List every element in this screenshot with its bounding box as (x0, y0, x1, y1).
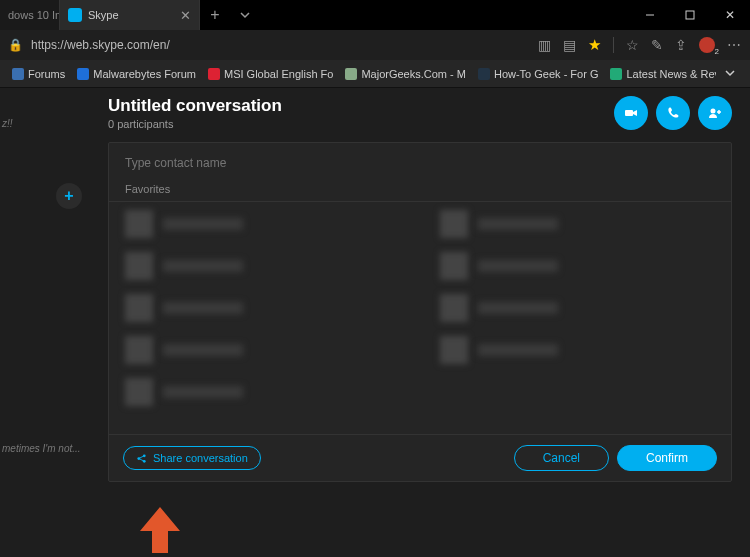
bookmark-favicon (610, 68, 622, 80)
bookmark-label: MajorGeeks.Com - M (361, 68, 466, 80)
avatar (125, 378, 153, 406)
add-favorite-icon[interactable]: ☆ (626, 37, 639, 53)
favorite-star-icon[interactable]: ★ (588, 36, 601, 54)
avatar (440, 336, 468, 364)
address-bar: 🔒 https://web.skype.com/en/ ▥ ▤ ★ ☆ ✎ ⇪ … (0, 30, 750, 60)
bookmark-favicon (478, 68, 490, 80)
bookmark-favicon (12, 68, 24, 80)
reading-icon[interactable]: ▥ (538, 37, 551, 53)
svg-rect-1 (686, 11, 694, 19)
close-tab-icon[interactable]: ✕ (180, 8, 191, 23)
tabs-chevron-icon[interactable] (230, 0, 260, 30)
share-conversation-button[interactable]: Share conversation (123, 446, 261, 470)
sidebar-snippet: z!! (2, 118, 13, 129)
window-titlebar: dows 10 In Skype ✕ + ✕ (0, 0, 750, 30)
tab-label: Skype (88, 9, 119, 21)
contact-name (478, 344, 558, 356)
svg-point-3 (711, 109, 716, 114)
conversation-main: Untitled conversation 0 participants Fav… (90, 88, 750, 557)
svg-line-8 (139, 458, 145, 461)
bookmark-item[interactable]: Latest News & Review (604, 68, 716, 80)
conversation-title: Untitled conversation (108, 96, 614, 116)
bookmark-item[interactable]: Forums (6, 68, 71, 80)
contacts-sidebar: z!! + metimes I'm not... (0, 88, 90, 557)
avatar (440, 210, 468, 238)
contacts-list (109, 202, 731, 434)
bookmark-item[interactable]: How-To Geek - For G (472, 68, 605, 80)
lock-icon: 🔒 (8, 38, 23, 52)
contact-name (163, 386, 243, 398)
share-label: Share conversation (153, 452, 248, 464)
bookmark-favicon (345, 68, 357, 80)
contact-name (163, 260, 243, 272)
share-icon[interactable]: ⇪ (675, 37, 687, 53)
bookmark-label: Latest News & Review (626, 68, 716, 80)
adblock-icon[interactable] (699, 37, 715, 53)
bookmark-item[interactable]: Malwarebytes Forum (71, 68, 202, 80)
add-contacts-panel: Favorites Shar (108, 142, 732, 482)
avatar (125, 294, 153, 322)
contact-item[interactable] (125, 252, 400, 280)
contact-item[interactable] (440, 210, 715, 238)
maximize-button[interactable] (670, 0, 710, 30)
bookmark-label: How-To Geek - For G (494, 68, 599, 80)
add-people-button[interactable] (698, 96, 732, 130)
contact-item[interactable] (125, 210, 400, 238)
skype-app: z!! + metimes I'm not... Untitled conver… (0, 88, 750, 557)
avatar (440, 294, 468, 322)
bookmark-favicon (77, 68, 89, 80)
minimize-button[interactable] (630, 0, 670, 30)
conversation-header: Untitled conversation 0 participants (108, 96, 732, 130)
avatar (125, 252, 153, 280)
share-icon (136, 453, 147, 464)
tab-label: dows 10 In (8, 9, 60, 21)
bookmark-item[interactable]: MSI Global English Fo (202, 68, 339, 80)
url-text[interactable]: https://web.skype.com/en/ (31, 38, 530, 52)
avatar (440, 252, 468, 280)
contact-item[interactable] (440, 336, 715, 364)
bookmark-label: Forums (28, 68, 65, 80)
divider (613, 37, 614, 53)
close-window-button[interactable]: ✕ (710, 0, 750, 30)
avatar (125, 336, 153, 364)
notes-icon[interactable]: ✎ (651, 37, 663, 53)
contact-item[interactable] (440, 252, 715, 280)
contact-item[interactable] (125, 378, 400, 406)
new-tab-button[interactable]: + (200, 0, 230, 30)
bookmark-label: Malwarebytes Forum (93, 68, 196, 80)
bookmark-favicon (208, 68, 220, 80)
audio-call-button[interactable] (656, 96, 690, 130)
contact-item[interactable] (440, 294, 715, 322)
favorites-label: Favorites (109, 181, 731, 202)
svg-line-7 (139, 455, 145, 458)
contact-name (163, 218, 243, 230)
books-icon[interactable]: ▤ (563, 37, 576, 53)
contact-name (478, 302, 558, 314)
bookmark-label: MSI Global English Fo (224, 68, 333, 80)
contact-search-input[interactable] (125, 156, 715, 170)
avatar (125, 210, 153, 238)
panel-footer: Share conversation Cancel Confirm (109, 434, 731, 481)
contact-name (163, 302, 243, 314)
bookmarks-overflow-icon[interactable] (716, 67, 744, 81)
cancel-button[interactable]: Cancel (514, 445, 609, 471)
contact-item[interactable] (125, 336, 400, 364)
skype-icon (68, 8, 82, 22)
contact-name (478, 218, 558, 230)
contact-name (478, 260, 558, 272)
video-call-button[interactable] (614, 96, 648, 130)
browser-tab-inactive[interactable]: dows 10 In (0, 0, 60, 30)
participants-count: 0 participants (108, 118, 614, 130)
bookmark-item[interactable]: MajorGeeks.Com - M (339, 68, 472, 80)
more-menu-icon[interactable]: ⋯ (727, 37, 742, 53)
add-conversation-button[interactable]: + (56, 183, 82, 209)
browser-tab-active[interactable]: Skype ✕ (60, 0, 200, 30)
contact-name (163, 344, 243, 356)
svg-rect-2 (625, 110, 633, 116)
bookmarks-bar: ForumsMalwarebytes ForumMSI Global Engli… (0, 60, 750, 88)
contact-item[interactable] (125, 294, 400, 322)
sidebar-snippet: metimes I'm not... (2, 443, 81, 454)
confirm-button[interactable]: Confirm (617, 445, 717, 471)
